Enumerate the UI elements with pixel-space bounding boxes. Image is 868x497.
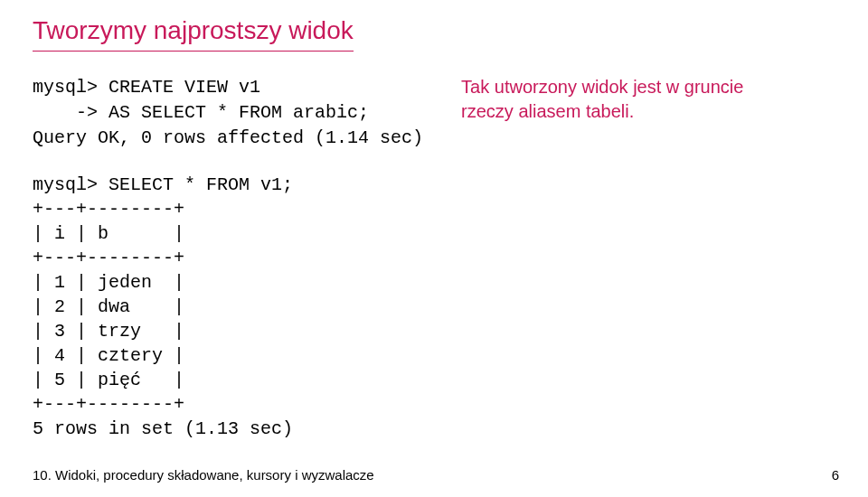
content-row: mysql> CREATE VIEW v1 -> AS SELECT * FRO… xyxy=(33,75,835,151)
page-title: Tworzymy najprostszy widok xyxy=(33,16,354,52)
footer: 10. Widoki, procedury składowane, kursor… xyxy=(33,467,843,483)
slide: Tworzymy najprostszy widok mysql> CREATE… xyxy=(0,0,868,497)
side-note: Tak utworzony widok jest w gruncie rzecz… xyxy=(461,75,750,124)
footer-title: 10. Widoki, procedury składowane, kursor… xyxy=(33,467,374,483)
sql-select-output: mysql> SELECT * FROM v1; +---+--------+ … xyxy=(33,173,835,441)
footer-page-number: 6 xyxy=(832,467,843,483)
sql-create-view-code: mysql> CREATE VIEW v1 -> AS SELECT * FRO… xyxy=(33,75,423,151)
